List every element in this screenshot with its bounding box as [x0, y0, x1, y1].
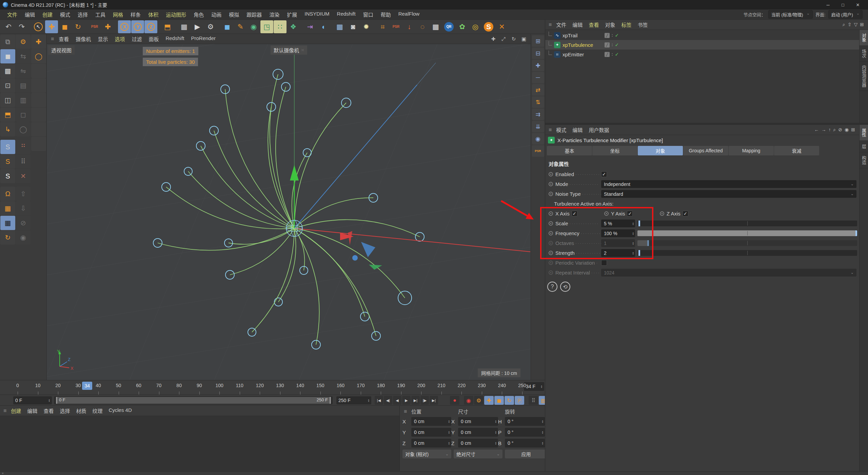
visibility-dots-icon[interactable]: ∶ — [612, 52, 613, 57]
xp-action-button[interactable]: ⌗ — [376, 20, 389, 33]
workplane-button[interactable]: ▦ — [0, 201, 15, 215]
menu-模拟[interactable]: 模拟 — [225, 11, 243, 18]
enabled-check-icon[interactable]: ✓ — [615, 42, 619, 48]
interface-select[interactable]: 启动 (用户)⌄ — [828, 10, 863, 19]
node-align-button[interactable]: ⊞ — [532, 35, 544, 47]
record-pla-toggle[interactable]: ⠿ — [529, 396, 538, 405]
attribute-tab-坐标[interactable]: 坐标 — [592, 146, 637, 155]
object-menu-文件[interactable]: 文件 — [553, 21, 569, 28]
material-menu-Cycles 4D[interactable]: Cycles 4D — [105, 407, 135, 414]
parameter-slider[interactable] — [637, 250, 857, 256]
generator-button[interactable]: ◳ — [260, 20, 273, 33]
record-parameter-toggle[interactable]: Ⓟ — [515, 396, 524, 405]
menu-文件[interactable]: 文件 — [3, 11, 21, 18]
viewport-menu-面板[interactable]: 面板 — [145, 35, 162, 42]
redo-button[interactable]: ↷ — [15, 20, 28, 33]
spinner-arrows-icon[interactable]: ▴▾ — [448, 441, 450, 445]
viewport[interactable]: 透视视图 默认摄像机⁙ Number of emitters: 1 Total … — [47, 44, 531, 380]
viewport-menu-显示[interactable]: 显示 — [94, 35, 111, 42]
material-menu-创建[interactable]: 创建 — [8, 407, 24, 414]
reset-button[interactable]: ⟲ — [560, 282, 570, 292]
menu-INSYDIUM[interactable]: INSYDIUM — [301, 11, 333, 18]
xp-circle-button[interactable]: ◌ — [416, 20, 429, 33]
tab-属性[interactable]: 属性 — [860, 125, 868, 141]
material-menu-选择[interactable]: 选择 — [57, 407, 73, 414]
attribute-tab-Groups Affected[interactable]: Groups Affected — [683, 146, 728, 155]
spinner-arrows-icon[interactable]: ▴▾ — [632, 222, 634, 225]
render-settings-button[interactable]: ⚙ — [204, 20, 217, 33]
search-icon[interactable]: ⌕ — [843, 22, 845, 27]
rotation-h-field[interactable]: 0 °▴▾ — [505, 417, 545, 426]
menu-编辑[interactable]: 编辑 — [21, 11, 39, 18]
menu-窗口[interactable]: 窗口 — [359, 11, 377, 18]
dots-gray-button[interactable]: ⠿ — [16, 154, 31, 169]
position-mode-select[interactable]: 对象 (相对)⌄ — [402, 450, 451, 458]
column-button[interactable]: ⇊ — [532, 121, 544, 132]
target-icon[interactable]: ◉ — [845, 127, 849, 133]
menu-样条[interactable]: 样条 — [127, 11, 144, 18]
rotate-view-icon[interactable]: ↻ — [510, 35, 518, 43]
cube-ghost-button[interactable]: ◻ — [16, 108, 31, 122]
search-icon[interactable]: ⌕ — [833, 127, 836, 133]
snap-enable-button[interactable]: S — [0, 140, 15, 154]
menu-动画[interactable]: 动画 — [208, 11, 225, 18]
menu-模式[interactable]: 模式 — [56, 11, 74, 18]
next-frame-button[interactable]: ▶| — [411, 396, 420, 405]
range-end-spinner[interactable]: 250 F▴▾ — [336, 396, 371, 404]
spline-pen-button[interactable]: ✎ — [234, 20, 247, 33]
snap-auto-button[interactable]: S — [0, 169, 15, 183]
object-menu-对象[interactable]: 对象 — [602, 21, 618, 28]
slider-handle[interactable] — [647, 240, 649, 246]
axis-mode-button[interactable]: ↳ — [0, 122, 15, 136]
spinner-arrows-icon[interactable]: ▴▾ — [542, 431, 543, 434]
size-mode-select[interactable]: 绝对尺寸⌄ — [454, 450, 502, 458]
attribute-tab-衰减[interactable]: 衰减 — [774, 146, 819, 155]
viewport-view-label[interactable]: 透视视图 — [48, 45, 75, 55]
object-menu-书签[interactable]: 书签 — [634, 21, 651, 28]
dots-red-button[interactable]: ⠛ — [16, 140, 31, 154]
parameter-slider[interactable] — [637, 221, 857, 226]
axis-checkbox[interactable]: ✓ — [627, 211, 633, 216]
current-frame-spinner[interactable]: 34 F▴▾ — [524, 382, 544, 391]
points-mode-button[interactable]: ⊡ — [0, 78, 15, 93]
texture-tile2-button[interactable]: ▥ — [16, 93, 31, 107]
object-manager-menu-icon[interactable]: ≡ — [547, 22, 553, 28]
object-row-xpEmitter[interactable]: ⠶xpEmitter∶✓ — [545, 50, 859, 59]
attribute-tab-对象[interactable]: 对象 — [638, 146, 683, 155]
parameter-field[interactable]: 5 %▴▾ — [601, 220, 635, 227]
spinner-arrows-icon[interactable]: ▴▾ — [448, 431, 450, 434]
xparticles-button[interactable]: ✕ — [495, 20, 508, 33]
spinner-arrows-icon[interactable]: ▴▾ — [495, 431, 496, 434]
parameter-field[interactable]: 100 %▴▾ — [601, 229, 635, 237]
qr-button[interactable]: QR — [442, 20, 455, 33]
x-axis-lock-button[interactable]: X — [118, 20, 131, 33]
size-x-field[interactable]: 0 cm▴▾ — [458, 417, 498, 426]
play-button[interactable]: ▶ — [402, 396, 411, 405]
preview-range-slider[interactable]: 0 F 250 F — [54, 396, 333, 404]
tab-内容浏览器[interactable]: 内容浏览器 — [860, 62, 868, 91]
parameter-dropdown[interactable]: Independent⌄ — [601, 180, 856, 188]
viewport-menu-摄像机[interactable]: 摄像机 — [72, 35, 94, 42]
attribute-menu-icon[interactable]: ≡ — [547, 127, 553, 133]
spinner-arrows-icon[interactable]: ▴▾ — [448, 420, 450, 423]
scale-tool-button[interactable]: ◼ — [58, 20, 71, 33]
slider-handle[interactable] — [638, 250, 640, 256]
z-axis-lock-button[interactable]: Z — [144, 20, 157, 33]
spinner-arrows-icon[interactable]: ▴▾ — [495, 441, 496, 445]
viewport-menu-过滤[interactable]: 过滤 — [128, 35, 145, 42]
live-selection-button[interactable]: ↖ — [32, 20, 45, 33]
hide-dots-button[interactable]: ⊘ — [16, 216, 31, 230]
record-position-toggle[interactable]: ✚ — [484, 396, 494, 405]
parameter-field[interactable]: 2▴▾ — [601, 249, 635, 257]
size-y-field[interactable]: 0 cm▴▾ — [458, 428, 498, 437]
viewport-move-button[interactable]: ✚ — [31, 35, 46, 49]
menu-角色[interactable]: 角色 — [190, 11, 208, 18]
texture-mode-button[interactable]: ▩ — [0, 64, 15, 78]
spinner-arrows-icon[interactable]: ▴▾ — [632, 242, 634, 245]
rotation-b-field[interactable]: 0 °▴▾ — [505, 439, 545, 448]
status-menu-icon[interactable]: ≡ — [2, 472, 4, 475]
record-scale-toggle[interactable]: ◼ — [494, 396, 504, 405]
node-remove-button[interactable]: ─ — [532, 72, 544, 83]
history-forward-icon[interactable]: → — [821, 127, 826, 133]
parameter-dropdown[interactable]: 1024⌄ — [601, 269, 856, 277]
